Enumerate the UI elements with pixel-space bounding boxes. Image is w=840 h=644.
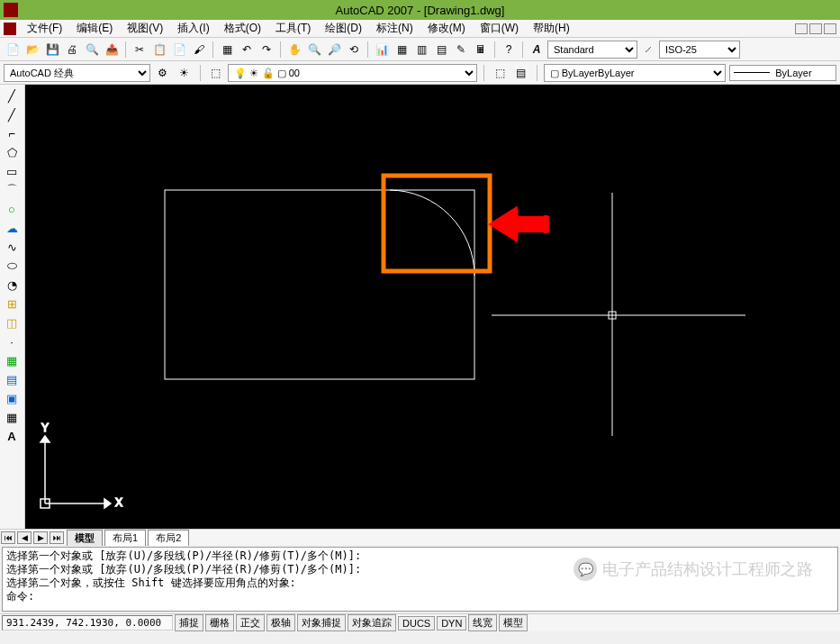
menu-modify[interactable]: 修改(M) (420, 19, 473, 38)
arc-tool[interactable]: ⌒ (2, 181, 22, 199)
menu-format[interactable]: 格式(O) (217, 19, 268, 38)
color-select[interactable]: ▢ ByLayerByLayer (544, 64, 727, 82)
paste-button[interactable]: 📄 (170, 41, 188, 59)
layer-select[interactable]: 💡 ☀ 🔓 ▢ 00 (228, 64, 477, 82)
separator (125, 41, 126, 58)
mtext-tool[interactable]: A (2, 427, 22, 445)
design-center-button[interactable]: ▦ (393, 41, 411, 59)
properties-button[interactable]: 📊 (373, 41, 391, 59)
title-bar: AutoCAD 2007 - [Drawing1.dwg] (0, 0, 840, 20)
hatch-tool[interactable]: ▦ (2, 351, 22, 369)
quickcalc-button[interactable]: 🖩 (472, 41, 490, 59)
spline-tool[interactable]: ∿ (2, 238, 22, 256)
osnap-toggle[interactable]: 对象捕捉 (297, 614, 346, 631)
plot-button[interactable]: 🖨 (63, 41, 81, 59)
sheet-set-button[interactable]: ▤ (432, 41, 450, 59)
mdi-close-button[interactable] (824, 23, 836, 34)
gradient-tool[interactable]: ▤ (2, 370, 22, 388)
ellipse-arc-tool[interactable]: ◔ (2, 276, 22, 294)
construction-line-tool[interactable]: ╱ (2, 105, 22, 123)
tab-layout1[interactable]: 布局1 (104, 530, 146, 546)
publish-button[interactable]: 📤 (103, 41, 121, 59)
zoom-previous-button[interactable]: ⟲ (345, 41, 363, 59)
layer-previous-button[interactable]: ⬚ (491, 64, 509, 82)
revision-cloud-tool[interactable]: ☁ (2, 219, 22, 237)
zoom-window-button[interactable]: 🔎 (325, 41, 343, 59)
lwt-toggle[interactable]: 线宽 (468, 614, 497, 631)
dim-style-select[interactable]: ISO-25 (659, 41, 740, 59)
drawing-canvas[interactable]: X Y (25, 85, 840, 529)
annotation-arrow-icon (495, 211, 546, 238)
table-tool[interactable]: ▦ (2, 408, 22, 426)
lineweight-select[interactable]: ByLayer (729, 65, 836, 81)
command-window[interactable]: 选择第一个对象或 [放弃(U)/多段线(P)/半径(R)/修剪(T)/多个(M)… (2, 547, 838, 612)
tab-first-button[interactable]: ⏮ (1, 531, 15, 544)
tab-model[interactable]: 模型 (67, 530, 103, 546)
ellipse-tool[interactable]: ⬭ (2, 257, 22, 275)
redo-button[interactable]: ↷ (257, 41, 275, 59)
workspace-lock-button[interactable]: ☀ (176, 64, 194, 82)
insert-block-tool[interactable]: ⊞ (2, 295, 22, 313)
rectangle-tool[interactable]: ▭ (2, 162, 22, 180)
region-tool[interactable]: ▣ (2, 389, 22, 407)
polygon-tool[interactable]: ⬠ (2, 143, 22, 161)
circle-tool[interactable]: ○ (2, 200, 22, 218)
otrack-toggle[interactable]: 对象追踪 (348, 614, 396, 631)
grid-toggle[interactable]: 栅格 (205, 614, 234, 631)
markup-button[interactable]: ✎ (452, 41, 470, 59)
layer-manager-button[interactable]: ⬚ (207, 64, 225, 82)
ducs-toggle[interactable]: DUCS (398, 616, 435, 630)
block-editor-button[interactable]: ▦ (218, 41, 236, 59)
tab-prev-button[interactable]: ◀ (17, 531, 32, 544)
separator (212, 41, 213, 58)
separator (537, 65, 537, 81)
menu-file[interactable]: 文件(F) (20, 19, 69, 38)
layout-tabs: ⏮ ◀ ▶ ⏭ 模型 布局1 布局2 (0, 529, 840, 545)
command-history-line: 选择第二个对象，或按住 Shift 键选择要应用角点的对象: (6, 576, 834, 590)
undo-button[interactable]: ↶ (238, 41, 256, 59)
layer-states-button[interactable]: ▤ (512, 64, 530, 82)
open-button[interactable]: 📂 (23, 41, 41, 59)
menu-dimension[interactable]: 标注(N) (369, 19, 420, 38)
mdi-restore-button[interactable] (809, 23, 822, 34)
menu-help[interactable]: 帮助(H) (526, 19, 577, 38)
menu-tools[interactable]: 工具(T) (268, 19, 318, 38)
point-tool[interactable]: · (2, 332, 22, 350)
help-button[interactable]: ? (500, 41, 518, 59)
text-style-icon[interactable]: A (528, 41, 546, 59)
polyline-tool[interactable]: ⌐ (2, 124, 22, 142)
make-block-tool[interactable]: ◫ (2, 313, 22, 331)
command-prompt: 命令: (6, 590, 834, 603)
ortho-toggle[interactable]: 正交 (236, 614, 265, 631)
mdi-minimize-button[interactable] (795, 23, 808, 34)
tab-last-button[interactable]: ⏭ (50, 531, 64, 544)
menu-edit[interactable]: 编辑(E) (69, 19, 120, 38)
snap-toggle[interactable]: 捕捉 (175, 614, 203, 631)
workspace-select[interactable]: AutoCAD 经典 (4, 64, 150, 82)
dim-style-icon[interactable]: ⟋ (639, 41, 657, 59)
preview-button[interactable]: 🔍 (83, 41, 101, 59)
tab-next-button[interactable]: ▶ (33, 531, 48, 544)
polar-toggle[interactable]: 极轴 (266, 614, 295, 631)
copy-button[interactable]: 📋 (150, 41, 168, 59)
lineweight-label: ByLayer (775, 68, 811, 78)
window-title: AutoCAD 2007 - [Drawing1.dwg] (336, 4, 505, 17)
dyn-toggle[interactable]: DYN (437, 616, 466, 630)
workspace-settings-button[interactable]: ⚙ (154, 64, 172, 82)
menu-window[interactable]: 窗口(W) (473, 19, 526, 38)
save-button[interactable]: 💾 (43, 41, 61, 59)
match-properties-button[interactable]: 🖌 (190, 41, 208, 59)
menu-view[interactable]: 视图(V) (120, 19, 170, 38)
cut-button[interactable]: ✂ (131, 41, 149, 59)
tool-palettes-button[interactable]: ▥ (412, 41, 430, 59)
model-toggle[interactable]: 模型 (499, 614, 528, 631)
line-tool[interactable]: ╱ (2, 86, 22, 104)
menu-insert[interactable]: 插入(I) (170, 19, 216, 38)
pan-button[interactable]: ✋ (285, 41, 303, 59)
coordinate-display[interactable]: 931.2439, 742.1930, 0.0000 (2, 615, 173, 630)
menu-draw[interactable]: 绘图(D) (318, 19, 369, 38)
zoom-realtime-button[interactable]: 🔍 (305, 41, 323, 59)
new-button[interactable]: 📄 (4, 41, 22, 59)
text-style-select[interactable]: Standard (547, 41, 637, 59)
tab-layout2[interactable]: 布局2 (148, 530, 189, 546)
